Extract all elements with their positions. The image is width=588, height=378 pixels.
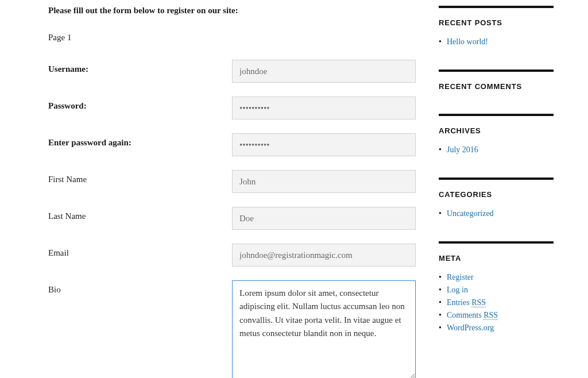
categories-title: Categories <box>439 190 554 199</box>
intro-text: Please fill out the form below to regist… <box>48 6 416 16</box>
list-item: July 2016 <box>439 145 554 155</box>
entries-prefix: Entries <box>447 298 471 307</box>
divider <box>439 178 554 180</box>
divider <box>439 70 554 72</box>
lastname-label: Last Name <box>48 207 232 221</box>
list-item: WordPress.org <box>439 323 554 333</box>
bio-textarea[interactable] <box>232 280 416 378</box>
divider <box>439 241 554 244</box>
firstname-label: First Name <box>48 170 232 184</box>
recent-comments-title: Recent Comments <box>439 82 554 91</box>
lastname-input[interactable] <box>232 207 416 230</box>
username-label: Username: <box>48 60 232 74</box>
list-item: Register <box>439 273 554 282</box>
list-item: Uncategorized <box>439 209 554 218</box>
widget-meta: Meta Register Log in Entries RSS Comment… <box>439 241 554 333</box>
archives-title: Archives <box>439 126 554 135</box>
entries-rss-link[interactable]: Entries RSS <box>447 298 486 307</box>
rss-abbr: RSS <box>483 311 498 320</box>
divider <box>439 114 554 116</box>
password2-input[interactable] <box>232 133 416 156</box>
password-label: Password: <box>48 97 232 111</box>
sidebar: Recent Posts Hello world! Recent Comment… <box>439 6 554 378</box>
archive-link[interactable]: July 2016 <box>447 145 478 154</box>
comments-prefix: Comments <box>447 311 483 319</box>
rss-abbr: RSS <box>471 298 486 307</box>
comments-rss-link[interactable]: Comments RSS <box>447 311 498 320</box>
page-label: Page 1 <box>48 33 416 43</box>
widget-categories: Categories Uncategorized <box>439 178 554 218</box>
meta-title: Meta <box>439 254 554 263</box>
widget-recent-posts: Recent Posts Hello world! <box>439 6 554 47</box>
firstname-input[interactable] <box>232 170 416 193</box>
category-link[interactable]: Uncategorized <box>447 209 494 218</box>
list-item: Hello world! <box>439 37 554 47</box>
password2-label: Enter password again: <box>48 133 232 148</box>
email-input[interactable] <box>232 244 416 267</box>
recent-post-link[interactable]: Hello world! <box>447 37 488 46</box>
recent-posts-title: Recent Posts <box>439 18 554 27</box>
email-label: Email <box>48 244 232 258</box>
register-link[interactable]: Register <box>447 273 474 281</box>
password-input[interactable] <box>232 97 416 119</box>
wporg-link[interactable]: WordPress.org <box>447 323 494 332</box>
widget-archives: Archives July 2016 <box>439 114 554 155</box>
list-item: Comments RSS <box>439 311 554 320</box>
list-item: Entries RSS <box>439 298 554 307</box>
main-content: Please fill out the form below to regist… <box>48 6 416 378</box>
username-input[interactable] <box>232 60 416 83</box>
widget-recent-comments: Recent Comments <box>439 70 554 91</box>
list-item: Log in <box>439 286 554 295</box>
divider <box>439 6 554 8</box>
bio-label: Bio <box>48 280 232 295</box>
login-link[interactable]: Log in <box>447 286 468 294</box>
